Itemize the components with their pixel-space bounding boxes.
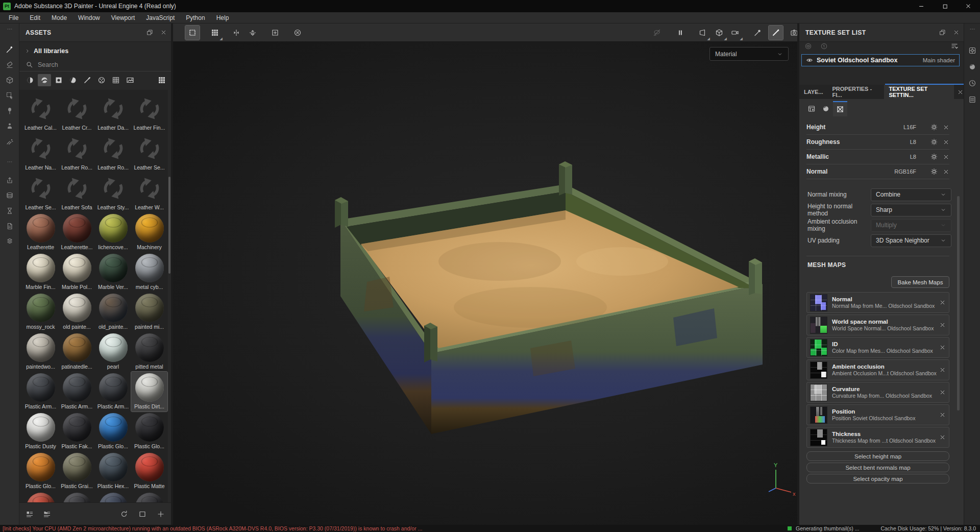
asset-item[interactable]: Plastic Arm... bbox=[59, 372, 95, 412]
polyfill-tool[interactable] bbox=[0, 88, 19, 103]
asset-item[interactable]: Leatherette... bbox=[59, 212, 95, 252]
paint-tool[interactable] bbox=[0, 42, 19, 57]
channel-format[interactable]: RGB16F bbox=[868, 168, 925, 175]
float-panel-icon[interactable] bbox=[146, 29, 153, 36]
height-to-normal-method-select[interactable]: Sharp bbox=[871, 204, 951, 216]
display-settings-button[interactable] bbox=[964, 43, 980, 58]
toggle-all-visibility-icon[interactable] bbox=[804, 42, 812, 50]
docpage-shelf-button[interactable] bbox=[0, 219, 19, 234]
eraser-tool[interactable] bbox=[0, 57, 19, 72]
tab-texture-set-settings[interactable]: TEXTURE SET SETTIN... bbox=[884, 85, 954, 99]
smart-masks-filter[interactable] bbox=[52, 74, 65, 86]
close-panel-icon[interactable] bbox=[953, 29, 960, 36]
tab-layers[interactable]: LAYE... bbox=[799, 85, 828, 99]
lasso-disabled-button[interactable] bbox=[650, 26, 664, 40]
asset-item[interactable]: Leather Fin... bbox=[131, 93, 167, 133]
asset-item[interactable]: Plastic Glo... bbox=[131, 412, 167, 451]
asset-item[interactable]: Plastic Hex... bbox=[95, 451, 131, 491]
asset-item[interactable]: Leather Ro... bbox=[59, 133, 95, 173]
particle-tool[interactable] bbox=[0, 134, 19, 149]
clone-tool[interactable] bbox=[0, 118, 19, 134]
symmetry-y-button[interactable] bbox=[246, 26, 260, 40]
select-height-map-button[interactable]: Select height map bbox=[806, 451, 949, 461]
asset-item[interactable]: Leather Cr... bbox=[59, 93, 95, 133]
asset-item[interactable]: Leather Sty... bbox=[95, 173, 131, 212]
smart-materials-filter[interactable] bbox=[38, 74, 51, 86]
channel-remove-icon[interactable] bbox=[943, 168, 949, 175]
asset-item[interactable]: lichencove... bbox=[95, 212, 131, 252]
reset-view-button[interactable] bbox=[290, 26, 305, 40]
mesh-map-remove-icon[interactable] bbox=[939, 367, 946, 373]
asset-item[interactable]: Leather Sofa bbox=[59, 173, 95, 212]
export-shelf-button[interactable] bbox=[0, 173, 19, 188]
channel-remove-icon[interactable] bbox=[943, 139, 949, 146]
textures-filter[interactable] bbox=[124, 74, 137, 86]
grip-icon[interactable] bbox=[0, 158, 19, 165]
asset-item[interactable]: paintedwo... bbox=[22, 332, 59, 372]
asset-item[interactable]: Plastic Matte bbox=[131, 451, 167, 491]
asset-item[interactable]: metal cyb... bbox=[131, 252, 167, 292]
grip-icon[interactable] bbox=[0, 26, 19, 33]
bake-mesh-maps-button[interactable]: Bake Mesh Maps bbox=[891, 276, 949, 288]
mesh-map-card[interactable]: NormalNormal Map from Me... Oldschool Sa… bbox=[806, 292, 949, 313]
hourglass-shelf-button[interactable] bbox=[0, 203, 19, 219]
folder-view-toggle-icon[interactable] bbox=[43, 510, 51, 518]
geometry-mode-button[interactable]: ◢ bbox=[712, 26, 726, 40]
asset-item[interactable]: Plastic Dirt... bbox=[131, 372, 167, 412]
float-panel-icon[interactable] bbox=[939, 29, 946, 36]
rectangle-select-button[interactable] bbox=[185, 26, 200, 40]
normal-mixing-select[interactable]: Combine bbox=[871, 188, 951, 201]
materials-filter[interactable] bbox=[23, 74, 37, 86]
minimize-button[interactable] bbox=[910, 0, 933, 12]
asset-item[interactable]: Plastic Glo... bbox=[22, 451, 59, 491]
channel-settings-icon[interactable] bbox=[930, 124, 938, 131]
physical-paint-button[interactable] bbox=[750, 26, 765, 40]
stack-shelf-button[interactable] bbox=[0, 188, 19, 203]
filter-list-icon[interactable] bbox=[950, 42, 959, 50]
camera-mode-button[interactable]: ◢ bbox=[728, 26, 742, 40]
menu-mode[interactable]: Mode bbox=[46, 12, 72, 23]
shader-settings-button[interactable] bbox=[964, 59, 980, 75]
channel-settings-icon[interactable] bbox=[930, 138, 938, 146]
sandbox-3d-model[interactable]: Y x bbox=[173, 42, 797, 525]
menu-javascript[interactable]: JavaScript bbox=[140, 12, 180, 23]
projection-tool[interactable] bbox=[0, 72, 19, 88]
asset-item[interactable]: Plastic Arm... bbox=[22, 372, 59, 412]
brushes-filter[interactable] bbox=[81, 74, 94, 86]
maximize-button[interactable] bbox=[933, 0, 957, 12]
asset-item[interactable]: Leather Da... bbox=[95, 93, 131, 133]
perspective-mode-button[interactable]: ◢ bbox=[695, 26, 709, 40]
close-panel-icon[interactable] bbox=[160, 29, 167, 36]
procedurals-filter[interactable] bbox=[109, 74, 122, 86]
close-tab-icon[interactable] bbox=[957, 89, 964, 95]
mesh-map-remove-icon[interactable] bbox=[939, 434, 946, 441]
menu-window[interactable]: Window bbox=[72, 12, 106, 23]
asset-item[interactable]: Leather Cal... bbox=[22, 93, 59, 133]
history-button[interactable] bbox=[964, 76, 980, 91]
menu-viewport[interactable]: Viewport bbox=[106, 12, 140, 23]
mesh-map-card[interactable]: CurvatureCurvature Map from... Oldschool… bbox=[806, 382, 949, 403]
material-subtab[interactable] bbox=[819, 101, 833, 116]
asset-item[interactable]: old painte... bbox=[59, 292, 95, 332]
menu-help[interactable]: Help bbox=[211, 12, 235, 23]
asset-item[interactable]: painted mi... bbox=[131, 292, 167, 332]
channel-settings-icon[interactable] bbox=[930, 168, 938, 175]
asset-item[interactable] bbox=[95, 491, 131, 502]
select-bent-normals-map-button[interactable]: Select bent normals map bbox=[806, 463, 949, 472]
asset-item[interactable]: patinatedle... bbox=[59, 332, 95, 372]
asset-item[interactable]: Plastic Arm... bbox=[95, 372, 131, 412]
asset-item[interactable]: Marble Fin... bbox=[22, 252, 59, 292]
search-input[interactable] bbox=[38, 61, 140, 68]
add-frame-button[interactable] bbox=[268, 26, 282, 40]
grid-view-icon[interactable] bbox=[158, 76, 166, 84]
tab-properties-fill[interactable]: PROPERTIES - FI... bbox=[828, 85, 885, 99]
mesh-map-card[interactable]: IDColor Map from Mes... Oldschool Sandbo… bbox=[806, 337, 949, 358]
alphas-filter[interactable] bbox=[95, 74, 108, 86]
texture-set-item[interactable]: Soviet Oldschool Sandbox Main shader bbox=[801, 54, 960, 66]
library-selector[interactable]: All libraries bbox=[19, 45, 171, 57]
asset-item[interactable]: Leather Ro... bbox=[95, 133, 131, 173]
asset-item[interactable]: Leather W... bbox=[131, 173, 167, 212]
channel-format[interactable]: L8 bbox=[868, 154, 925, 160]
symmetry-x-button[interactable] bbox=[229, 26, 243, 40]
asset-item[interactable]: mossy_rock bbox=[22, 292, 59, 332]
